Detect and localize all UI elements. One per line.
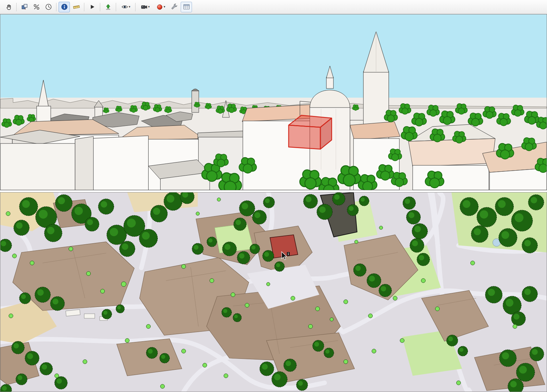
tree-dot bbox=[513, 324, 517, 329]
map-2d-viewport[interactable] bbox=[0, 192, 547, 392]
toolbar-separator bbox=[116, 3, 116, 11]
tree bbox=[13, 115, 24, 125]
tree-highlight bbox=[306, 196, 312, 202]
tree-highlight bbox=[87, 219, 93, 225]
tree-highlight bbox=[414, 226, 421, 232]
tree-highlight bbox=[319, 207, 325, 213]
tree-dot bbox=[196, 212, 199, 215]
tree bbox=[239, 158, 256, 173]
tree bbox=[496, 143, 513, 159]
identify-tool-button[interactable] bbox=[59, 2, 70, 12]
tree-highlight bbox=[502, 352, 509, 359]
scene-3d-canvas[interactable] bbox=[0, 14, 547, 190]
tree-highlight bbox=[101, 201, 107, 208]
tree-highlight bbox=[349, 206, 354, 211]
map-2d-canvas[interactable] bbox=[0, 192, 547, 392]
navigate-tool-button[interactable] bbox=[19, 2, 30, 12]
tree-highlight bbox=[285, 361, 291, 366]
time-slider-button[interactable] bbox=[43, 2, 54, 12]
tree-dot bbox=[146, 324, 150, 329]
tree bbox=[440, 111, 455, 124]
play-animation-button[interactable] bbox=[86, 2, 98, 12]
tree-dot bbox=[421, 278, 425, 283]
tree-highlight bbox=[16, 222, 23, 229]
tree-highlight bbox=[58, 197, 65, 204]
fly-tool-icon bbox=[33, 3, 40, 11]
tree-highlight bbox=[488, 289, 495, 296]
tree-highlight bbox=[251, 245, 256, 250]
ruler-icon bbox=[73, 3, 80, 11]
tree-highlight bbox=[208, 238, 212, 243]
tree bbox=[412, 113, 427, 126]
tree bbox=[164, 106, 172, 113]
tree bbox=[194, 102, 200, 107]
tree-highlight bbox=[314, 342, 319, 347]
tree-highlight bbox=[242, 203, 248, 209]
tree bbox=[399, 104, 411, 115]
tree-highlight bbox=[37, 289, 43, 296]
tools-button[interactable] bbox=[169, 2, 180, 12]
tree-highlight bbox=[298, 381, 303, 386]
tree bbox=[401, 127, 417, 141]
tree-highlight bbox=[18, 375, 22, 380]
tree-highlight bbox=[524, 240, 531, 246]
tree-highlight bbox=[276, 263, 280, 267]
scene-3d-viewport[interactable] bbox=[0, 14, 547, 190]
tree-dot bbox=[30, 261, 34, 265]
tree-highlight bbox=[234, 315, 238, 318]
tree bbox=[214, 154, 228, 167]
measure-tool-button[interactable] bbox=[71, 2, 82, 12]
tree-dot bbox=[308, 324, 313, 329]
tree-highlight bbox=[274, 374, 281, 380]
building[interactable] bbox=[409, 124, 495, 190]
tree bbox=[352, 105, 359, 111]
fly-tool-button[interactable] bbox=[31, 2, 42, 12]
tree-dot bbox=[101, 289, 105, 293]
tree bbox=[430, 129, 445, 142]
table-icon bbox=[183, 3, 190, 11]
tree-highlight bbox=[122, 244, 128, 250]
tree-dot bbox=[456, 381, 461, 385]
tree-highlight bbox=[161, 355, 166, 359]
tree-highlight bbox=[355, 265, 361, 271]
tree-dot bbox=[210, 278, 214, 283]
tree-highlight bbox=[110, 228, 118, 236]
tree-highlight bbox=[531, 197, 537, 203]
tree-dot bbox=[291, 296, 295, 300]
tree-dot bbox=[355, 240, 358, 244]
viewer-menu-button[interactable]: ▾ bbox=[118, 2, 133, 12]
tree-highlight bbox=[448, 337, 453, 341]
tree-dot bbox=[315, 307, 320, 311]
tree-highlight bbox=[463, 200, 470, 208]
tree-highlight bbox=[103, 311, 108, 315]
tree bbox=[377, 165, 394, 180]
tree-highlight bbox=[405, 198, 410, 204]
tree-highlight bbox=[2, 386, 7, 391]
tree-highlight bbox=[474, 228, 481, 235]
export-button[interactable] bbox=[102, 2, 114, 12]
tree-highlight bbox=[236, 220, 241, 225]
tree-dot bbox=[69, 247, 73, 251]
tree-dot bbox=[231, 293, 235, 297]
camera-menu-button[interactable]: ▾ bbox=[138, 2, 152, 12]
tree bbox=[425, 171, 444, 188]
tree-dot bbox=[9, 314, 13, 318]
tree-highlight bbox=[42, 364, 47, 369]
tree-highlight bbox=[239, 253, 245, 258]
tree-highlight bbox=[13, 343, 19, 348]
tree bbox=[219, 173, 242, 190]
selected-building-3d[interactable] bbox=[289, 115, 332, 149]
illumination-menu-button[interactable]: ▾ bbox=[153, 2, 168, 12]
tree bbox=[205, 103, 212, 109]
toolbar: ▾ ▾ ▾ bbox=[0, 0, 547, 14]
attribute-table-button[interactable] bbox=[181, 2, 192, 12]
tree-dot bbox=[55, 374, 59, 378]
tree-highlight bbox=[532, 349, 538, 355]
tree-highlight bbox=[369, 276, 375, 282]
tree-dot bbox=[181, 349, 186, 353]
tree bbox=[130, 105, 138, 112]
pan-tool-button[interactable] bbox=[3, 2, 14, 12]
tree-highlight bbox=[480, 210, 488, 219]
application-window: ▾ ▾ ▾ bbox=[0, 0, 547, 392]
tree-dot bbox=[344, 360, 348, 364]
